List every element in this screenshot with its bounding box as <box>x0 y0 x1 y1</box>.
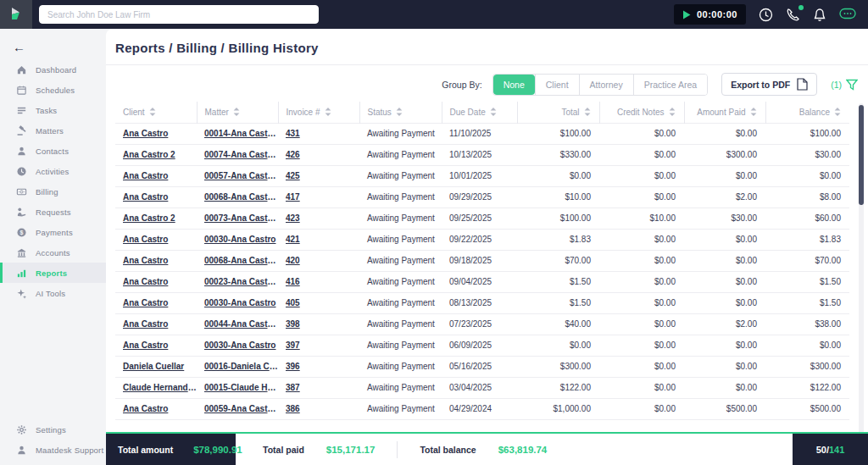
cell-matter[interactable]: 00068-Ana Castro-p... <box>197 250 278 271</box>
sidebar-item-accounts[interactable]: Accounts <box>0 242 106 263</box>
timer-widget[interactable]: 00:00:00 <box>674 4 746 25</box>
cell-invoice-[interactable]: 405 <box>278 292 359 313</box>
sidebar-item-reports[interactable]: Reports <box>0 263 106 283</box>
sidebar-item-label: Schedules <box>36 86 75 95</box>
column-header-invoice-[interactable]: Invoice # <box>278 102 359 123</box>
cell-matter[interactable]: 00074-Ana Castro 2... <box>197 144 278 165</box>
cell-client[interactable]: Ana Castro <box>115 398 197 419</box>
column-header-balance[interactable]: Balance <box>765 102 849 123</box>
cell-invoice-[interactable]: 425 <box>278 165 359 186</box>
sidebar-item-tasks[interactable]: Tasks <box>0 100 106 120</box>
chat-icon[interactable] <box>839 8 856 21</box>
column-header-status[interactable]: Status <box>359 102 442 123</box>
cell-matter[interactable]: 00059-Ana Castro-J... <box>197 398 278 419</box>
cell-invoice-[interactable]: 387 <box>278 377 359 398</box>
cell-amount-paid: $0.00 <box>684 250 765 271</box>
cell-client[interactable]: Ana Castro <box>115 292 197 313</box>
group-by-option-none[interactable]: None <box>493 75 535 95</box>
sparkle-icon <box>16 288 27 299</box>
export-to-pdf-button[interactable]: Export to PDF <box>721 73 817 96</box>
cell-invoice-[interactable]: 421 <box>278 229 359 250</box>
cell-matter[interactable]: 00016-Daniela Cuell... <box>197 356 278 377</box>
notifications-bell-icon[interactable] <box>813 8 826 22</box>
column-header-amount-paid[interactable]: Amount Paid <box>684 102 765 123</box>
cell-invoice-[interactable]: 398 <box>278 313 359 335</box>
cell-client[interactable]: Claude Hernandez <box>115 377 197 398</box>
title-divider <box>106 64 868 65</box>
cell-matter[interactable]: 00030-Ana Castro <box>197 292 278 313</box>
sidebar-item-label: Settings <box>36 425 66 435</box>
cell-client[interactable]: Ana Castro <box>115 123 197 144</box>
column-header-label: Total <box>561 108 579 117</box>
column-header-label: Matter <box>205 108 229 117</box>
cell-matter[interactable]: 00030-Ana Castro <box>197 229 278 250</box>
sidebar-item-contacts[interactable]: Contacts <box>0 141 106 161</box>
cell-invoice-[interactable]: 426 <box>278 144 359 165</box>
cell-client[interactable]: Ana Castro 2 <box>115 144 197 165</box>
column-header-label: Amount Paid <box>697 108 745 117</box>
home-icon <box>16 64 27 75</box>
cell-client[interactable]: Ana Castro <box>115 271 197 292</box>
cell-invoice-[interactable]: 431 <box>278 123 359 144</box>
sidebar-item-schedules[interactable]: Schedules <box>0 80 106 100</box>
column-header-due-date[interactable]: Due Date <box>442 102 517 123</box>
total-paid-label: Total paid <box>263 445 304 455</box>
phone-icon[interactable] <box>786 8 800 22</box>
app-logo-icon[interactable] <box>0 0 32 29</box>
collapse-sidebar-arrow-icon[interactable]: ← <box>13 40 30 54</box>
cell-invoice-[interactable]: 397 <box>278 335 359 356</box>
clock-icon[interactable] <box>759 8 773 22</box>
cell-matter[interactable]: 00014-Ana Castro-... <box>197 123 278 144</box>
column-header-client[interactable]: Client <box>115 102 197 123</box>
column-header-credit-notes[interactable]: Credit Notes <box>599 102 684 123</box>
cell-matter[interactable]: 00068-Ana Castro-p... <box>197 186 278 208</box>
cell-client[interactable]: Ana Castro <box>115 229 197 250</box>
cell-matter[interactable]: 00057-Ana Castro-t... <box>197 165 278 186</box>
timer-play-icon[interactable] <box>682 10 691 19</box>
cell-client[interactable]: Ana Castro 2 <box>115 208 197 229</box>
sidebar-item-payments[interactable]: $Payments <box>0 222 106 242</box>
cell-credit-notes: $0.00 <box>599 186 684 208</box>
vertical-scrollbar[interactable] <box>859 103 864 442</box>
table-row: Claude Hernandez00015-Claude Hern...387A… <box>115 377 849 398</box>
cell-amount-paid: $0.00 <box>684 123 765 144</box>
sidebar-item-dashboard[interactable]: Dashboard <box>0 59 106 80</box>
sidebar-item-ai-tools[interactable]: AI Tools <box>0 283 106 303</box>
filter-funnel-icon <box>846 79 858 91</box>
sidebar-item-settings[interactable]: Settings <box>0 419 106 440</box>
cell-invoice-[interactable]: 420 <box>278 250 359 271</box>
cell-client[interactable]: Ana Castro <box>115 165 197 186</box>
column-header-matter[interactable]: Matter <box>197 102 278 123</box>
cell-client[interactable]: Ana Castro <box>115 335 197 356</box>
sidebar-item-maatdesk-support[interactable]: Maatdesk Support <box>0 440 106 460</box>
group-by-option-practice-area[interactable]: Practice Area <box>633 75 707 95</box>
group-by-option-client[interactable]: Client <box>535 75 579 95</box>
cell-invoice-[interactable]: 396 <box>278 356 359 377</box>
search-input[interactable] <box>39 5 319 24</box>
billing-history-table: ClientMatterInvoice #StatusDue DateTotal… <box>115 102 849 420</box>
cell-client[interactable]: Ana Castro <box>115 313 197 335</box>
sidebar-item-matters[interactable]: Matters <box>0 120 106 141</box>
filter-count: (1) <box>831 80 842 90</box>
cell-status: Awaiting Payment <box>359 208 442 229</box>
cell-client[interactable]: Ana Castro <box>115 186 197 208</box>
sidebar-item-activities[interactable]: Activities <box>0 161 106 181</box>
sidebar-item-requests[interactable]: Requests <box>0 202 106 222</box>
cell-client[interactable]: Daniela Cuellar <box>115 356 197 377</box>
group-by-option-attorney[interactable]: Attorney <box>579 75 633 95</box>
sidebar-item-billing[interactable]: Billing <box>0 181 106 202</box>
cell-client[interactable]: Ana Castro <box>115 250 197 271</box>
cell-matter[interactable]: 00073-Ana Castro 2... <box>197 208 278 229</box>
cell-matter[interactable]: 00044-Ana Castro-I... <box>197 313 278 335</box>
cell-matter[interactable]: 00023-Ana Castro-T... <box>197 271 278 292</box>
cell-matter[interactable]: 00015-Claude Hern... <box>197 377 278 398</box>
cell-invoice-[interactable]: 417 <box>278 186 359 208</box>
vertical-scrollbar-thumb[interactable] <box>859 105 864 205</box>
cell-invoice-[interactable]: 416 <box>278 271 359 292</box>
table-row: Ana Castro00030-Ana Castro405Awaiting Pa… <box>115 292 849 313</box>
cell-invoice-[interactable]: 423 <box>278 208 359 229</box>
cell-matter[interactable]: 00030-Ana Castro <box>197 335 278 356</box>
cell-invoice-[interactable]: 386 <box>278 398 359 419</box>
column-header-total[interactable]: Total <box>517 102 599 123</box>
filter-control[interactable]: (1) <box>831 79 858 91</box>
